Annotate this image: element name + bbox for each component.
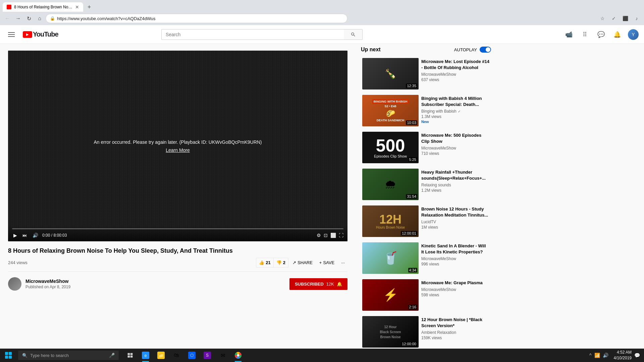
rain-icon: 🌧 [384, 177, 396, 191]
play-button[interactable]: ▶ [12, 232, 18, 239]
back-button[interactable]: ← [3, 14, 12, 23]
messages-icon[interactable]: 💬 [596, 29, 606, 40]
sidebar-item[interactable]: 12 HourBlack ScreenBrown Noise 12:00:00 … [361, 315, 491, 349]
bookmark-icon[interactable]: ☆ [598, 14, 607, 23]
address-bar-row: ← → ↻ ⌂ 🔒 https://www.youtube.com/watch?… [0, 12, 644, 25]
sidebar-item[interactable]: 500 Episodes Clip Show 5:25 Microwave Me… [361, 130, 491, 165]
extension-icon-2[interactable]: ⬛ [621, 14, 630, 23]
start-button[interactable] [0, 349, 17, 362]
notification-center-icon[interactable]: 💬 [634, 353, 640, 358]
home-button[interactable]: ⌂ [35, 14, 44, 23]
item-title: Microwave Me: Lost Episode #14 - Bottle … [421, 59, 490, 71]
fullscreen-button[interactable]: ⛶ [339, 233, 343, 238]
share-button[interactable]: ↗ SHARE [290, 258, 315, 267]
taskbar-app-chrome[interactable] [231, 349, 246, 362]
new-tab-button[interactable]: + [85, 2, 94, 12]
dislike-button[interactable]: 👎 2 [274, 258, 288, 267]
progress-bar[interactable] [12, 228, 343, 229]
video-player[interactable]: An error occurred. Please try again late… [8, 51, 347, 241]
sidebar: Up next AUTOPLAY 🍾 12:35 Microwave Me: L… [356, 44, 496, 350]
taskbar-app-unknown[interactable]: S [200, 349, 215, 362]
network-icon[interactable]: 📶 [594, 353, 600, 358]
next-button[interactable]: ⏭ [21, 232, 29, 239]
search-input[interactable] [161, 29, 344, 40]
subscribe-button[interactable]: SUBSCRIBED 12K 🔔 [289, 278, 347, 290]
taskbar-search[interactable]: 🔍 Type here to search 🎤 [18, 351, 119, 360]
item-info: Microwave Me: Grape Plasma MicrowaveMeSh… [421, 279, 490, 311]
share-icon: ↗ [292, 260, 296, 265]
active-tab[interactable]: 8 Hours of Relaxing Brown Nois... ✕ [3, 2, 83, 12]
search-button[interactable] [344, 29, 363, 40]
sidebar-item[interactable]: ⚡ 2:16 Microwave Me: Grape Plasma Microw… [361, 278, 491, 312]
tray-up-arrow[interactable]: ^ [589, 353, 592, 358]
clock-date: 4/10/2019 [614, 355, 632, 361]
system-clock[interactable]: 4:52 AM 4/10/2019 [614, 350, 632, 361]
episodes-text: Episodes Clip Show [374, 154, 407, 158]
video-meta: 244 views 👍 21 👎 2 ↗ SHARE [8, 258, 347, 272]
theater-button[interactable]: ⬜ [330, 233, 336, 238]
extension-icon-3[interactable]: ♪ [632, 14, 641, 23]
main-content: An error occurred. Please try again late… [0, 44, 644, 350]
sidebar-item[interactable]: BINGING WITH BABISH S2 • E48 🌮 DEATH SAN… [361, 94, 491, 128]
taskbar-app-dropbox[interactable]: ⬡ [184, 349, 199, 362]
address-bar[interactable]: 🔒 https://www.youtube.com/watch?v=cAQDaZ… [46, 14, 347, 23]
thumbnail-container: 🍾 12:35 [362, 58, 419, 89]
taskbar-app-edge[interactable]: e [138, 349, 153, 362]
channel-name[interactable]: MicrowaveMeShow [25, 279, 70, 284]
channel-avatar[interactable] [8, 277, 21, 291]
sidebar-item[interactable]: 🌧 31:54 Heavy Rainfall +Thunder sounds(S… [361, 167, 491, 201]
thumbnail-container: 🌧 31:54 [362, 169, 419, 200]
camera-icon[interactable]: 📹 [564, 29, 574, 40]
refresh-button[interactable]: ↻ [24, 14, 34, 23]
autoplay-switch[interactable] [480, 47, 491, 53]
item-meta: 598 views [421, 293, 490, 297]
item-channel: Relaxing sounds [421, 183, 490, 187]
sidebar-item[interactable]: 🍾 12:35 Microwave Me: Lost Episode #14 -… [361, 57, 491, 91]
item-channel: MicrowaveMeShow [421, 256, 490, 261]
save-icon: + [319, 260, 322, 265]
like-button[interactable]: 👍 21 [256, 258, 273, 267]
settings-button[interactable]: ⚙ [317, 233, 321, 238]
url-text: https://www.youtube.com/watch?v=cAQDaZ4d… [57, 16, 343, 21]
menu-button[interactable] [5, 29, 17, 40]
volume-icon[interactable]: 🔊 [603, 353, 608, 358]
volume-button[interactable]: 🔊 [31, 232, 40, 239]
sidebar-item[interactable]: 🥤 4:34 Kinetic Sand In A Blender - Will … [361, 241, 491, 275]
taskbar-app-task-view[interactable] [123, 349, 138, 362]
autoplay-toggle[interactable]: AUTOPLAY [454, 47, 491, 53]
item-meta: 637 views [421, 77, 490, 82]
item-info: 12 Hour Brown Noise | *Black Screen Vers… [421, 316, 490, 348]
duration-badge: 12:00:01 [401, 231, 417, 236]
learn-more-link[interactable]: Learn More [166, 147, 190, 153]
tab-close-button[interactable]: ✕ [75, 4, 79, 10]
youtube-logo[interactable]: YouTube [23, 31, 58, 38]
hours-label: Hours Brown Noise [376, 226, 405, 229]
apps-icon[interactable]: ⠿ [580, 29, 590, 40]
share-label: SHARE [298, 260, 313, 265]
action-buttons: 👍 21 👎 2 ↗ SHARE + SAVE ··· [256, 258, 347, 267]
item-title: Binging with Babish 4 Million Subscriber… [421, 96, 490, 108]
thumbnail-container: BINGING WITH BABISH S2 • E48 🌮 DEATH SAN… [362, 95, 419, 126]
item-meta: 710 views [421, 151, 490, 156]
save-button[interactable]: + SAVE [317, 258, 337, 267]
like-count: 21 [266, 260, 270, 265]
dislike-icon: 👎 [276, 260, 282, 265]
taskbar-app-file-explorer[interactable]: 📁 [154, 349, 168, 362]
notifications-icon[interactable]: 🔔 [612, 29, 623, 40]
sidebar-item[interactable]: 12H Hours Brown Noise 12:00:01 Brown Noi… [361, 204, 491, 238]
duration-badge: 4:34 [408, 268, 417, 273]
taskbar-app-mail[interactable]: ✉ [215, 349, 230, 362]
miniplayer-button[interactable]: ⊡ [324, 233, 328, 238]
item-title: Microwave Me: Grape Plasma [421, 280, 490, 286]
taskbar-right: ^ 📶 🔊 4:52 AM 4/10/2019 💬 [589, 350, 644, 361]
thumbnail-container: 🥤 4:34 [362, 242, 419, 274]
user-avatar[interactable]: Y [628, 29, 639, 40]
tab-favicon [7, 5, 11, 9]
like-icon: 👍 [259, 260, 264, 265]
more-options-button[interactable]: ··· [338, 258, 347, 267]
extension-icon-1[interactable]: ✓ [609, 14, 619, 23]
item-meta: 1.3M views [421, 114, 490, 119]
microphone-icon[interactable]: 🎤 [109, 353, 115, 358]
forward-button[interactable]: → [13, 14, 23, 23]
taskbar-app-store[interactable]: 🛍 [169, 349, 184, 362]
